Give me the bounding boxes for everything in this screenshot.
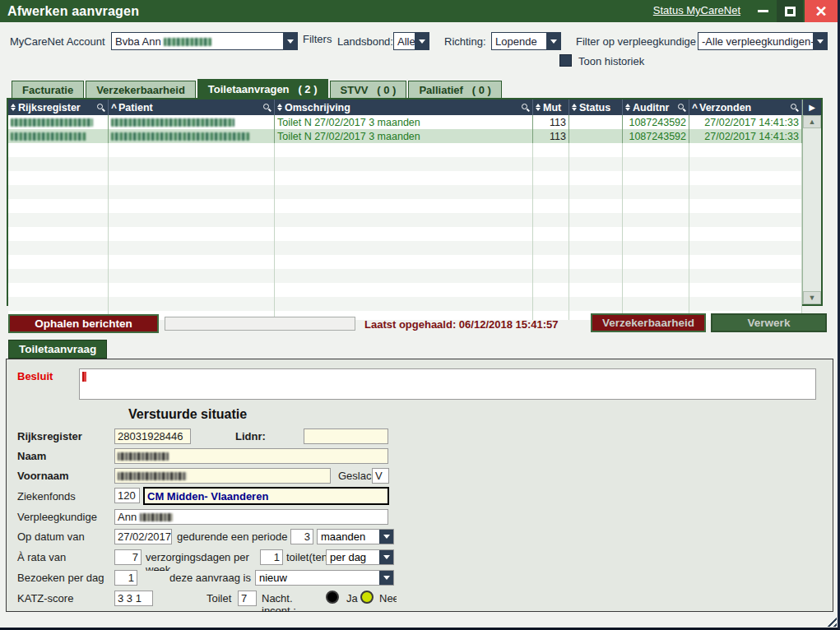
aanvraag-label: deze aanvraag is bbox=[169, 572, 251, 584]
requests-table: Rijksregister ^ Patient Omschrijving Mut… bbox=[7, 98, 823, 306]
redacted-rijksregister bbox=[11, 118, 93, 127]
verzekerbaarheid-button[interactable]: Verzekerbaarheid bbox=[591, 313, 706, 332]
tab-toiletaanvragen[interactable]: Toiletaanvragen ( 2 ) bbox=[197, 79, 328, 98]
tab-strip: Facturatie Verzekerbaarheid Toiletaanvra… bbox=[12, 79, 504, 98]
periode-unit-dropdown[interactable]: maanden bbox=[317, 529, 394, 544]
sort-icon bbox=[572, 104, 577, 111]
redacted-account-name bbox=[164, 38, 211, 46]
column-header-omschrijving[interactable]: Omschrijving bbox=[275, 100, 533, 115]
tab-stvv[interactable]: STVV ( 0 ) bbox=[330, 81, 407, 98]
nurse-filter-label: Filter op verpleegkundige bbox=[576, 35, 696, 48]
search-icon[interactable] bbox=[678, 104, 686, 112]
search-icon[interactable] bbox=[522, 104, 530, 112]
table-header-row: Rijksregister ^ Patient Omschrijving Mut… bbox=[8, 100, 802, 115]
chevron-down-icon[interactable] bbox=[379, 530, 393, 544]
landsbond-label: Landsbond: bbox=[337, 35, 393, 48]
besluit-textarea[interactable] bbox=[79, 368, 816, 400]
sort-icon bbox=[277, 104, 282, 111]
voornaam-field[interactable] bbox=[114, 468, 331, 484]
toilet-label: Toilet bbox=[207, 592, 231, 605]
account-dropdown[interactable]: Bvba Ann bbox=[111, 32, 298, 50]
redacted-rijksregister bbox=[11, 132, 86, 141]
maximize-button[interactable] bbox=[777, 0, 803, 22]
close-button[interactable]: ✕ bbox=[805, 0, 838, 22]
chevron-down-icon[interactable] bbox=[415, 33, 429, 49]
verwerk-button[interactable]: Verwerk bbox=[711, 313, 827, 332]
search-icon[interactable] bbox=[791, 104, 799, 112]
close-icon: ✕ bbox=[814, 4, 827, 19]
column-header-verzonden[interactable]: ^ Verzonden bbox=[689, 100, 802, 115]
naam-field[interactable] bbox=[114, 448, 388, 464]
tab-verzekerbaarheid[interactable]: Verzekerbaarheid bbox=[86, 81, 196, 98]
table-empty-area bbox=[8, 143, 802, 320]
chevron-down-icon[interactable] bbox=[546, 33, 560, 49]
verpleegkundige-field[interactable]: Ann bbox=[114, 509, 388, 525]
account-label: MyCareNet Account bbox=[10, 35, 105, 48]
minimize-button[interactable] bbox=[750, 0, 775, 22]
table-row[interactable]: Toilet N 27/02/2017 3 maanden 113 108724… bbox=[8, 115, 802, 129]
chevron-down-icon[interactable] bbox=[813, 33, 827, 49]
table-row-selected[interactable]: Toilet N 27/02/2017 3 maanden 113 108724… bbox=[8, 129, 802, 143]
column-header-patient[interactable]: ^ Patient bbox=[109, 100, 275, 115]
periode-field[interactable]: 3 bbox=[290, 529, 313, 544]
bezoeken-label: Bezoeken per dag bbox=[17, 572, 104, 584]
rata-label: À rata van bbox=[17, 551, 66, 563]
progress-bar bbox=[165, 317, 355, 331]
column-options-arrow-icon[interactable]: ▶ bbox=[803, 100, 821, 115]
katz-field[interactable]: 3 3 1 bbox=[114, 591, 153, 606]
redacted-verpleegkundige bbox=[140, 513, 173, 521]
ziekenfonds-naam-field[interactable]: CM Midden- Vlaanderen bbox=[143, 487, 389, 505]
chevron-down-icon[interactable] bbox=[379, 571, 393, 585]
column-header-mut[interactable]: Mut bbox=[533, 100, 569, 115]
rata-field[interactable]: 7 bbox=[114, 549, 142, 565]
scroll-up-icon[interactable]: ▲ bbox=[803, 115, 821, 128]
toilet-field[interactable]: 7 bbox=[238, 591, 257, 606]
tab-palliatief[interactable]: Palliatief ( 0 ) bbox=[408, 81, 501, 98]
column-header-status[interactable]: Status bbox=[569, 100, 623, 115]
naam-label: Naam bbox=[17, 450, 46, 462]
text-cursor-icon bbox=[82, 372, 86, 382]
sort-asc-icon: ^ bbox=[111, 102, 117, 113]
radio-ja[interactable] bbox=[326, 591, 339, 604]
katz-label: KATZ-score bbox=[17, 592, 73, 605]
status-mycarenet-link[interactable]: Status MyCareNet bbox=[653, 4, 740, 16]
richting-dropdown[interactable]: Lopende bbox=[491, 32, 561, 50]
radio-nee[interactable] bbox=[360, 591, 374, 604]
nurse-filter-dropdown[interactable]: -Alle verpleegkundigen- bbox=[698, 32, 828, 50]
frequentie-dropdown[interactable]: per dag bbox=[326, 549, 394, 565]
tab-facturatie[interactable]: Facturatie bbox=[12, 81, 84, 98]
chevron-down-icon[interactable] bbox=[283, 33, 297, 49]
lidnr-field[interactable] bbox=[304, 428, 388, 444]
geslacht-field[interactable]: V bbox=[372, 468, 389, 484]
chevron-down-icon[interactable] bbox=[379, 550, 393, 564]
scrollbar-track[interactable] bbox=[803, 128, 821, 291]
scroll-down-icon[interactable]: ▼ bbox=[803, 291, 821, 304]
redacted-patient bbox=[111, 118, 234, 127]
sort-icon bbox=[536, 104, 541, 111]
search-icon[interactable] bbox=[263, 104, 271, 112]
datum-field[interactable]: 27/02/2017 bbox=[114, 529, 172, 544]
landsbond-dropdown[interactable]: Alle bbox=[393, 32, 429, 50]
resize-grip[interactable] bbox=[824, 614, 837, 627]
besluit-label: Besluit bbox=[17, 370, 53, 382]
column-header-auditnr[interactable]: Auditnr bbox=[623, 100, 689, 115]
bezoeken-field[interactable]: 1 bbox=[114, 570, 137, 586]
aanvraag-dropdown[interactable]: nieuw bbox=[255, 570, 394, 586]
toiletten-field[interactable]: 1 bbox=[260, 549, 283, 565]
search-icon[interactable] bbox=[97, 104, 105, 112]
ja-label: Ja bbox=[346, 592, 358, 605]
sort-asc-icon: ^ bbox=[692, 102, 698, 113]
rijksregister-field[interactable]: 28031928446 bbox=[114, 428, 191, 444]
window-title: Afwerken aanvragen bbox=[0, 4, 139, 19]
app-window: Afwerken aanvragen Status MyCareNet ✕ My… bbox=[0, 0, 840, 630]
toon-historiek-checkbox[interactable] bbox=[559, 54, 572, 67]
sort-icon bbox=[11, 104, 16, 111]
voornaam-label: Voornaam bbox=[17, 470, 69, 482]
detail-panel: Besluit Verstuurde situatie Rijksregiste… bbox=[6, 359, 833, 612]
ziekenfonds-code-field[interactable]: 120 bbox=[114, 488, 140, 503]
column-header-rijksregister[interactable]: Rijksregister bbox=[8, 100, 109, 115]
ophalen-berichten-button[interactable]: Ophalen berichten bbox=[8, 314, 159, 333]
table-scrollbar[interactable]: ▶ ▲ ▼ bbox=[802, 100, 821, 304]
verzorgingsdagen-label: verzorgingsdagen per week bbox=[146, 551, 261, 571]
tab-toiletaanvraag-detail[interactable]: Toiletaanvraag bbox=[8, 340, 107, 359]
